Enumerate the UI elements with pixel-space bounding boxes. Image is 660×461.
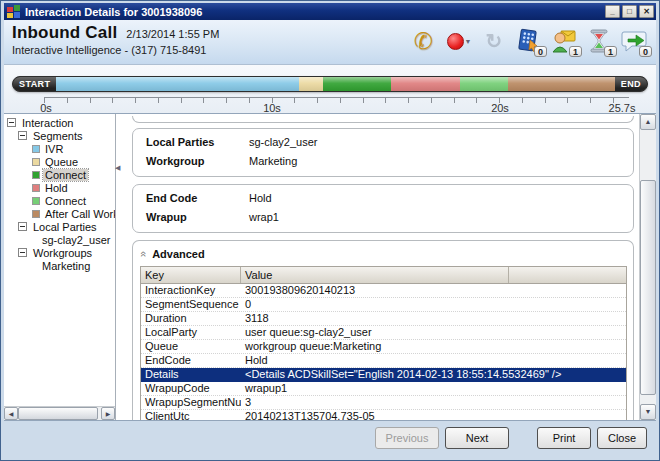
tree-item-segment-queue[interactable]: Queue — [4, 155, 115, 168]
record-dropdown-icon[interactable]: ▼ — [465, 38, 472, 45]
h-scroll-track[interactable] — [18, 407, 101, 420]
interaction-details-window: Interaction Details for 3001938096 _ □ ✕… — [0, 0, 660, 461]
title-bar: Interaction Details for 3001938096 _ □ ✕ — [4, 3, 656, 20]
tree-item-segment-after-call-work[interactable]: After Call Work — [4, 207, 115, 220]
request-recording-button-disabled: ↻ — [480, 27, 508, 55]
wait-time-button[interactable]: 1 — [585, 27, 613, 55]
advanced-header[interactable]: « Advanced — [133, 245, 633, 263]
interaction-timeline: START END 0s 10s 20s 25.7s — [4, 65, 656, 113]
v-scroll-thumb[interactable] — [640, 180, 656, 395]
table-header: Key Value — [141, 267, 626, 284]
dialpad-count-badge: 0 — [534, 46, 547, 57]
tree-item-segment-hold[interactable]: Hold — [4, 181, 115, 194]
tree-horizontal-scrollbar[interactable]: ◀ ▶ — [4, 406, 115, 420]
field-value: Hold — [249, 189, 272, 208]
tree-item-user[interactable]: sg-clay2_user — [4, 233, 115, 246]
caller-info: Interactive Intelligence - (317) 715-849… — [12, 44, 410, 56]
call-datetime: 2/13/2014 1:55 PM — [126, 28, 219, 40]
segment-color-swatch — [32, 158, 40, 166]
tree-item-interaction[interactable]: Interaction — [4, 116, 115, 129]
field-label: Wrapup — [133, 208, 249, 227]
maximize-button[interactable]: □ — [622, 5, 637, 18]
dialpad-events-button[interactable]: 0 — [515, 27, 543, 55]
advanced-title: Advanced — [152, 248, 205, 260]
table-row[interactable]: LocalPartyuser queue:sg-clay2_user — [141, 326, 626, 340]
splitter-collapse-icon[interactable]: ◀ — [115, 164, 120, 172]
tree-item-workgroup-marketing[interactable]: Marketing — [4, 259, 115, 272]
minimize-button[interactable]: _ — [605, 5, 620, 18]
collapse-box-icon[interactable] — [18, 248, 27, 257]
content-area: Interaction Segments IVR Queue Connect H… — [4, 113, 656, 421]
call-type-title: Inbound Call — [12, 23, 117, 43]
previous-button[interactable]: Previous — [375, 427, 439, 449]
scroll-left-icon[interactable]: ◀ — [4, 407, 18, 420]
button-bar: Previous Next Print Close — [4, 421, 656, 461]
timeline-bar: START END — [12, 76, 648, 92]
column-header-blank[interactable] — [509, 267, 626, 283]
timeline-end-label: END — [615, 77, 647, 91]
table-row[interactable]: WrapupSegmentNumber3 — [141, 396, 626, 410]
tree-item-local-parties[interactable]: Local Parties — [4, 220, 115, 233]
table-row[interactable]: EndCodeHold — [141, 354, 626, 368]
interaction-tree: Interaction Segments IVR Queue Connect H… — [4, 114, 116, 420]
timeline-segment-hold[interactable] — [391, 77, 460, 91]
tick-label-end: 25.7s — [609, 102, 636, 114]
field-value: sg-clay2_user — [249, 133, 317, 152]
codes-group-box: End CodeHold Wrapupwrap1 — [132, 184, 634, 233]
scroll-up-icon[interactable]: ▲ — [640, 114, 656, 130]
column-header-value[interactable]: Value — [241, 267, 509, 283]
window-title: Interaction Details for 3001938096 — [25, 6, 603, 18]
close-button[interactable]: Close — [597, 427, 647, 449]
collapse-box-icon[interactable] — [7, 118, 16, 127]
table-row-selected[interactable]: Details<Details ACDSkillSet="English 201… — [141, 368, 626, 382]
clipped-group-box — [132, 116, 634, 123]
table-row[interactable]: SegmentSequence0 — [141, 298, 626, 312]
app-icon — [7, 5, 21, 18]
table-row[interactable]: WrapupCodewrapup1 — [141, 382, 626, 396]
tree-item-segment-ivr[interactable]: IVR — [4, 142, 115, 155]
scroll-down-icon[interactable]: ▼ — [640, 404, 656, 420]
tree-item-segments[interactable]: Segments — [4, 129, 115, 142]
listen-button[interactable]: ✆ — [410, 27, 438, 55]
collapse-box-icon[interactable] — [18, 131, 27, 140]
timeline-segment-connect2[interactable] — [460, 77, 508, 91]
timeline-segment-queue[interactable] — [299, 77, 323, 91]
print-button[interactable]: Print — [537, 427, 591, 449]
field-value: wrap1 — [249, 208, 279, 227]
next-button[interactable]: Next — [445, 427, 509, 449]
timeline-segment-ivr[interactable] — [56, 77, 299, 91]
timeline-segment-after-call-work[interactable] — [508, 77, 615, 91]
close-window-button[interactable]: ✕ — [639, 5, 654, 18]
transfer-events-button[interactable]: 0 — [620, 27, 648, 55]
column-header-key[interactable]: Key — [141, 267, 241, 283]
agents-button[interactable]: 1 — [550, 27, 578, 55]
collapse-chevron-icon[interactable]: « — [138, 251, 150, 257]
table-row[interactable]: InteractionKey300193809620140213 — [141, 284, 626, 298]
collapse-box-icon[interactable] — [18, 222, 27, 231]
timeline-segments — [56, 77, 614, 91]
wait-count-badge: 1 — [604, 46, 617, 57]
table-row[interactable]: ClientUtc20140213T135704.735-05 — [141, 410, 626, 420]
scroll-right-icon[interactable]: ▶ — [101, 407, 115, 420]
timeline-ruler — [44, 97, 629, 103]
tree-item-workgroups[interactable]: Workgroups — [4, 246, 115, 259]
table-row[interactable]: Duration3118 — [141, 312, 626, 326]
record-button[interactable]: ▼ — [445, 27, 473, 55]
h-scroll-thumb[interactable] — [18, 407, 98, 420]
v-scroll-track[interactable] — [640, 130, 656, 404]
tree-item-segment-connect2[interactable]: Connect — [4, 194, 115, 207]
parties-group-box: Local Partiessg-clay2_user WorkgroupMark… — [132, 128, 634, 177]
vertical-scrollbar[interactable]: ▲ ▼ — [639, 114, 656, 420]
table-row[interactable]: Queueworkgroup queue:Marketing — [141, 340, 626, 354]
tree-splitter[interactable]: ◀ — [116, 114, 125, 420]
timeline-start-label: START — [13, 77, 56, 91]
field-value: Marketing — [249, 152, 297, 171]
advanced-group-box: « Advanced Key Value InteractionKey30019… — [132, 240, 634, 420]
segment-detail-panel: Local Partiessg-clay2_user WorkgroupMark… — [125, 114, 639, 420]
record-icon — [447, 33, 464, 50]
segment-color-swatch — [32, 184, 40, 192]
tree-item-segment-connect-selected[interactable]: Connect — [4, 168, 115, 181]
tick-label-0s: 0s — [40, 102, 52, 114]
timeline-segment-connect[interactable] — [323, 77, 391, 91]
segment-color-swatch — [32, 197, 40, 205]
